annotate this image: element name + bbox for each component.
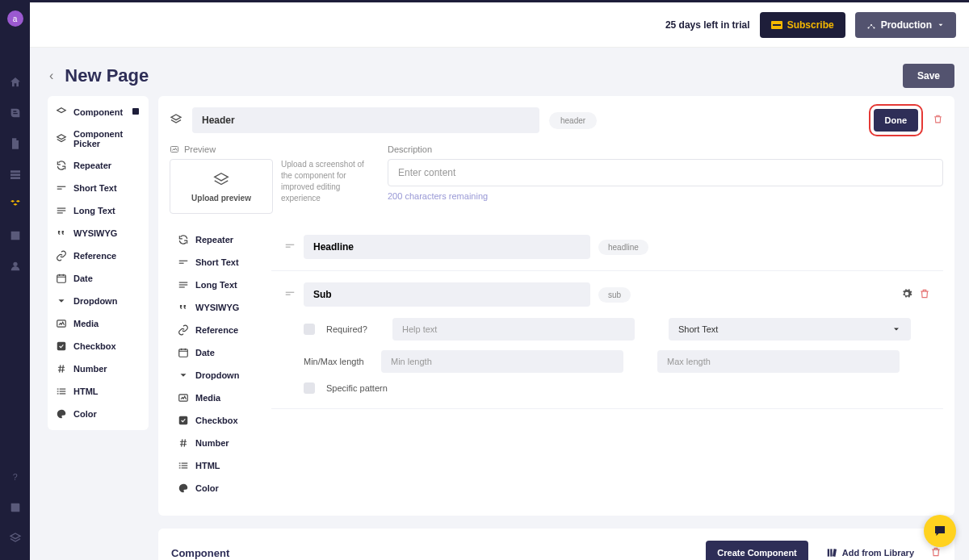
nav-help-icon[interactable]: ? [0,462,30,492]
palette-item-wysiwyg[interactable]: WYSIWYG [48,222,149,244]
palette-item-repeater[interactable]: Repeater [48,154,149,177]
palette2-item-short-text[interactable]: Short Text [170,251,262,274]
component-slug-badge: header [549,112,597,129]
field-name-input[interactable] [304,235,590,259]
subscribe-button[interactable]: Subscribe [760,12,845,38]
gear-icon[interactable] [901,288,912,302]
field-row-sub: sub Required? [271,271,943,409]
hash-icon [56,363,67,374]
link-icon [178,324,189,336]
palette2-item-repeater[interactable]: Repeater [170,228,262,251]
palette-item-number[interactable]: Number [48,357,149,380]
add-from-library-button[interactable]: Add from Library [816,540,924,560]
required-checkbox[interactable] [304,324,315,335]
palette2-item-date[interactable]: Date [170,341,262,364]
min-length-input[interactable] [381,350,623,373]
upload-preview-box[interactable]: Upload preview [170,159,273,214]
back-button[interactable]: ‹ [49,69,53,83]
svg-rect-21 [179,263,184,264]
svg-rect-24 [179,286,185,287]
palette2-item-long-text[interactable]: Long Text [170,274,262,296]
svg-rect-26 [179,395,188,401]
nav-blocks-icon[interactable] [0,190,30,220]
nav-layers-icon[interactable] [0,523,30,554]
palette-item-component[interactable]: Component [48,101,149,123]
checkbox-icon [56,341,67,352]
svg-rect-17 [57,393,59,394]
create-component-button[interactable]: Create Component [706,541,808,560]
chat-fab[interactable] [924,515,956,547]
description-remaining: 200 characters remaining [388,191,943,201]
page-title: New Page [65,65,903,86]
palette2-item-dropdown[interactable]: Dropdown [170,364,262,387]
specific-pattern-checkbox[interactable] [304,382,315,394]
palette-item-component-picker[interactable]: Component Picker [48,123,149,154]
graph-icon [866,20,876,30]
drag-handle-icon[interactable] [284,288,296,302]
specific-pattern-label: Specific pattern [326,383,388,393]
description-input[interactable] [388,159,943,186]
palette2-item-reference[interactable]: Reference [170,319,262,341]
svg-rect-23 [179,284,188,285]
layers-icon [56,107,67,118]
done-button[interactable]: Done [874,109,919,132]
nav-table-icon[interactable] [0,159,30,190]
list-icon [178,460,189,471]
chevron-down-icon [56,295,67,307]
svg-rect-11 [57,320,66,327]
delete-component-icon[interactable] [933,114,943,127]
palette2-item-number[interactable]: Number [170,432,262,454]
svg-rect-13 [57,389,59,390]
svg-rect-12 [57,342,66,351]
help-text-input[interactable] [392,318,635,341]
palette-item-reference[interactable]: Reference [48,244,149,267]
save-button[interactable]: Save [903,64,954,88]
svg-rect-39 [830,549,832,556]
list-icon [56,386,67,397]
nav-blog-icon[interactable] [0,98,30,128]
palette-item-short-text[interactable]: Short Text [48,177,149,199]
layers-icon [170,113,182,128]
checkbox-icon [178,415,189,426]
svg-rect-37 [286,294,291,295]
field-slug-badge: sub [598,287,631,303]
palette2-item-media[interactable]: Media [170,387,262,409]
palette2-item-wysiwyg[interactable]: WYSIWYG [170,296,262,319]
chevron-down-icon [891,324,901,334]
calendar-icon [178,347,189,358]
palette-item-color[interactable]: Color [48,403,149,425]
nav-file-icon[interactable] [0,128,30,159]
long-text-icon [56,205,67,216]
image-icon [170,144,179,154]
component-name-input[interactable] [192,107,539,133]
palette-item-dropdown[interactable]: Dropdown [48,290,149,312]
palette-item-html[interactable]: HTML [48,380,149,403]
image-icon [178,392,189,403]
component-footer-label: Component [171,547,229,559]
svg-rect-36 [286,291,295,292]
trash-icon[interactable] [930,546,942,560]
palette-item-checkbox[interactable]: Checkbox [48,335,149,357]
svg-rect-25 [179,349,188,357]
palette-item-long-text[interactable]: Long Text [48,199,149,222]
svg-rect-35 [286,246,291,247]
palette2-item-checkbox[interactable]: Checkbox [170,409,262,432]
nav-home-icon[interactable] [0,67,30,98]
palette-item-date[interactable]: Date [48,267,149,290]
avatar[interactable]: a [7,10,23,27]
nav-book-icon[interactable] [0,492,30,523]
svg-rect-33 [182,467,188,468]
palette2-item-color[interactable]: Color [170,477,262,499]
nav-image-icon[interactable] [0,220,30,251]
palette-item-media[interactable]: Media [48,312,149,335]
nav-users-icon[interactable] [0,251,30,282]
palette2-item-html[interactable]: HTML [170,454,262,477]
trash-icon[interactable] [919,288,930,302]
max-length-input[interactable] [657,350,900,373]
production-dropdown[interactable]: Production [855,12,956,38]
field-name-input[interactable] [304,282,590,307]
svg-rect-10 [57,275,66,282]
minmax-label: Min/Max length [304,357,370,366]
field-type-select[interactable]: Short Text [669,318,911,341]
drag-handle-icon[interactable] [284,240,296,254]
